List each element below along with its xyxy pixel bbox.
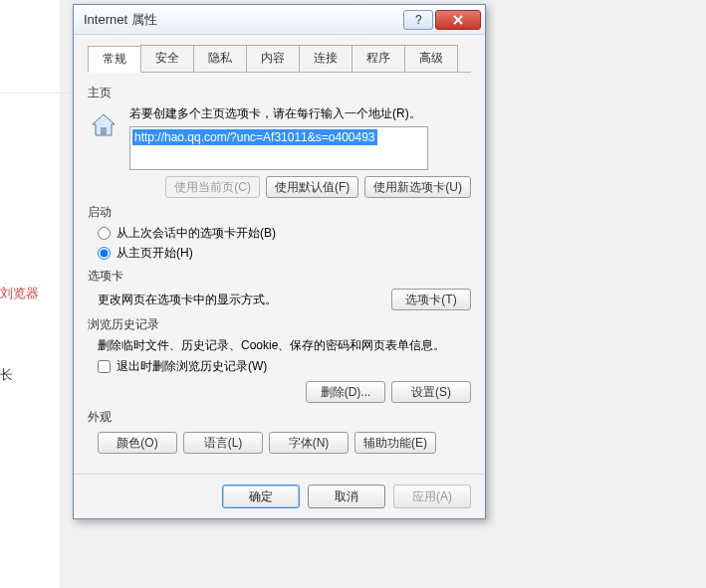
tabcard-button[interactable]: 选项卡(T)	[391, 289, 471, 310]
startup-home-radio[interactable]	[98, 247, 111, 260]
tab-content[interactable]: 内容	[246, 45, 300, 72]
dialog-footer: 确定 取消 应用(A)	[74, 474, 485, 518]
home-heading: 主页	[88, 85, 471, 101]
ok-button[interactable]: 确定	[222, 485, 300, 508]
history-settings-button[interactable]: 设置(S)	[391, 381, 471, 403]
home-url-textarea[interactable]: http://hao.qq.com/?unc=Af31011&s=o400493	[129, 126, 428, 170]
tab-connections[interactable]: 连接	[299, 45, 353, 72]
tab-security[interactable]: 安全	[140, 45, 194, 72]
bg-text-2: 长	[0, 366, 13, 384]
home-icon	[88, 109, 119, 141]
internet-properties-dialog: Internet 属性 ? 常规 安全 隐私 内容 连接 程序 高级 主页	[73, 4, 486, 519]
appearance-heading: 外观	[88, 409, 471, 426]
titlebar[interactable]: Internet 属性 ?	[74, 5, 485, 35]
history-heading: 浏览历史记录	[88, 316, 471, 333]
use-default-button[interactable]: 使用默认值(F)	[266, 176, 358, 198]
tab-privacy[interactable]: 隐私	[193, 45, 247, 72]
use-new-tab-button[interactable]: 使用新选项卡(U)	[364, 176, 471, 198]
help-button[interactable]: ?	[403, 10, 433, 30]
close-button[interactable]	[435, 10, 481, 30]
home-desc: 若要创建多个主页选项卡，请在每行输入一个地址(R)。	[129, 105, 471, 122]
language-button[interactable]: 语言(L)	[183, 432, 263, 454]
use-current-page-button: 使用当前页(C)	[165, 176, 260, 198]
history-delete-button[interactable]: 删除(D)...	[306, 381, 385, 403]
startup-home-label: 从主页开始(H)	[117, 245, 193, 262]
color-button[interactable]: 颜色(O)	[98, 432, 177, 454]
tabstrip: 常规 安全 隐私 内容 连接 程序 高级	[88, 45, 471, 73]
cancel-button[interactable]: 取消	[308, 485, 385, 508]
tabcard-heading: 选项卡	[88, 268, 471, 285]
svg-text:?: ?	[415, 14, 422, 26]
history-desc: 删除临时文件、历史记录、Cookie、保存的密码和网页表单信息。	[98, 337, 471, 354]
dialog-title: Internet 属性	[84, 11, 401, 29]
tab-programs[interactable]: 程序	[352, 45, 405, 72]
font-button[interactable]: 字体(N)	[269, 432, 349, 454]
svg-rect-2	[101, 127, 107, 135]
startup-heading: 启动	[88, 204, 471, 221]
startup-session-label: 从上次会话中的选项卡开始(B)	[117, 225, 276, 242]
apply-button: 应用(A)	[393, 485, 471, 508]
tabcard-desc: 更改网页在选项卡中的显示方式。	[98, 292, 277, 308]
bg-text-browser: 刘览器	[0, 285, 39, 302]
home-url-value: http://hao.qq.com/?unc=Af31011&s=o400493	[132, 129, 377, 145]
startup-session-radio[interactable]	[98, 227, 111, 240]
delete-on-exit-checkbox[interactable]	[98, 360, 111, 373]
tab-advanced[interactable]: 高级	[404, 45, 458, 72]
accessibility-button[interactable]: 辅助功能(E)	[354, 432, 436, 454]
delete-on-exit-label: 退出时删除浏览历史记录(W)	[117, 358, 267, 375]
tab-general[interactable]: 常规	[88, 46, 141, 73]
